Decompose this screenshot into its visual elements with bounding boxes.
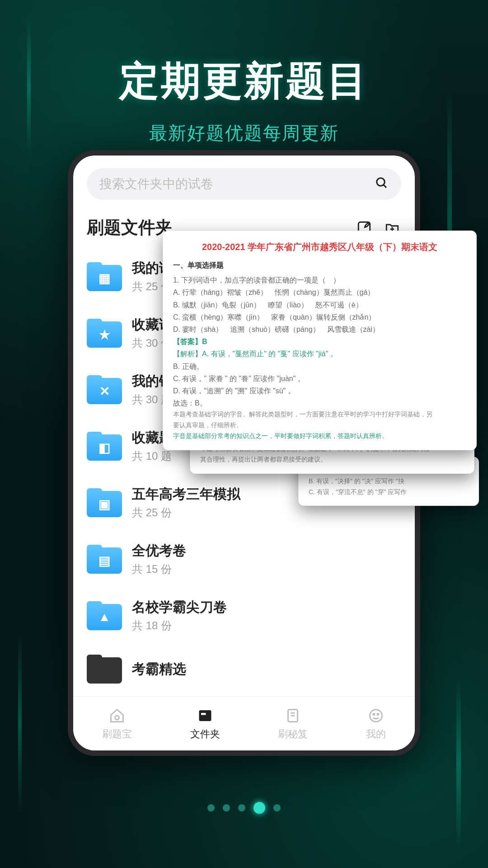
promo-title: 定期更新题目 <box>0 54 488 108</box>
paper-preview-1: 2020-2021 学年广东省广州市越秀区八年级（下）期末语文 一、单项选择题 … <box>163 231 477 450</box>
promo-header: 定期更新题目 最新好题优题每周更新 <box>0 0 488 146</box>
folder-icon <box>196 707 214 725</box>
svg-point-11 <box>370 709 382 722</box>
paper-option-c: C. 蛮横（hèng）寒噤（jìn） 家眷（quàn）辗转反侧（zhǎn） <box>173 311 466 323</box>
folder-icon: ▦ <box>87 262 122 291</box>
nav-label: 我的 <box>366 727 386 741</box>
paper-question: 1. 下列词语中，加点字的读音都正确的一项是（ ） <box>173 274 466 286</box>
nav-tips[interactable]: 刷秘笈 <box>278 707 308 741</box>
folder-name: 全优考卷 <box>132 542 186 560</box>
dot-5[interactable] <box>273 804 281 811</box>
search-input[interactable]: 搜索文件夹中的试卷 <box>87 168 401 200</box>
nav-label: 文件夹 <box>190 727 220 741</box>
folder-icon: ◧ <box>87 432 122 461</box>
folder-kaoba[interactable]: 考霸精选 <box>87 644 401 694</box>
svg-rect-6 <box>199 710 211 721</box>
paper-line: B. 有误，"决择" 的 "决" 应写作 "抉 <box>309 476 469 487</box>
svg-point-5 <box>115 716 119 720</box>
dot-1[interactable] <box>207 804 215 811</box>
bg-line <box>456 678 461 850</box>
nav-folders[interactable]: 文件夹 <box>190 707 220 741</box>
section-title: 刷题文件夹 <box>87 216 173 239</box>
paper-line: 其合理性，再提出让两者都容易接受的建议。 <box>200 454 464 465</box>
nav-label: 刷题宝 <box>102 727 132 741</box>
paper-line: C. 有误，"穿流不息" 的 "穿" 应写作 <box>309 487 469 498</box>
paper-note: 字音是基础部分常考的知识点之一，平时要做好字词积累，答题时认真辨析。 <box>173 431 466 442</box>
promo-subtitle: 最新好题优题每周更新 <box>0 121 488 146</box>
bg-line <box>18 633 22 814</box>
svg-rect-7 <box>201 713 206 715</box>
nav-label: 刷秘笈 <box>278 727 308 741</box>
smile-icon <box>367 707 385 725</box>
svg-point-12 <box>373 713 375 715</box>
folder-icon <box>87 655 122 684</box>
folder-quanyou[interactable]: ▤ 全优考卷 共 15 份 <box>87 531 401 587</box>
nav-shuatibao[interactable]: 刷题宝 <box>102 707 132 741</box>
search-placeholder: 搜索文件夹中的试卷 <box>99 175 213 193</box>
paper-explain-b: B. 正确。 <box>173 360 466 373</box>
folder-count: 共 18 份 <box>132 618 227 633</box>
folder-icon: ▣ <box>87 488 122 517</box>
folder-name: 五年高考三年模拟 <box>132 485 240 504</box>
dot-4-active[interactable] <box>253 802 265 814</box>
folder-icon: ✕ <box>87 375 122 404</box>
nav-mine[interactable]: 我的 <box>366 707 386 741</box>
folder-mingxiao[interactable]: ▲ 名校学霸尖刀卷 共 18 份 <box>87 587 401 644</box>
paper-option-a: A. 行辈（háng）褶皱（zhě） 怅惘（chàng）戛然而止（gá） <box>173 286 466 298</box>
folder-count: 共 10 题 <box>132 449 186 463</box>
paper-note: 要认真审题，仔细辨析。 <box>173 420 466 431</box>
folder-icon: ★ <box>87 319 122 348</box>
carousel-dots <box>207 804 281 814</box>
paper-title: 2020-2021 学年广东省广州市越秀区八年级（下）期末语文 <box>173 239 466 255</box>
folder-count: 共 25 份 <box>132 505 240 520</box>
paper-pick: 故选：B。 <box>173 397 466 409</box>
bottom-nav: 刷题宝 文件夹 刷秘笈 我的 <box>73 696 415 750</box>
folder-icon: ▤ <box>87 545 122 574</box>
paper-note: 本题考查基础字词的字音。解答此类题型时，一方面要注意在平时的学习中打好字词基础，… <box>173 409 466 420</box>
paper-explain-d: D. 有误，"追溯" 的 "溯" 应读作 "sù" 。 <box>173 385 466 397</box>
svg-line-1 <box>384 185 386 188</box>
paper-section: 一、单项选择题 <box>173 259 466 271</box>
home-icon <box>108 707 126 725</box>
book-icon <box>284 707 302 725</box>
search-icon <box>375 176 389 192</box>
folder-icon: ▲ <box>87 601 122 630</box>
dot-2[interactable] <box>223 804 230 811</box>
paper-option-b: B. 缄默（jiān）龟裂（jūn） 瞭望（liào） 怒不可遏（è） <box>173 299 466 311</box>
paper-explain-a: 【解析】A. 有误，"戛然而止" 的 "戛" 应读作 "jiá" 。 <box>173 348 466 360</box>
folder-count: 共 15 份 <box>132 562 186 576</box>
svg-point-13 <box>377 713 379 715</box>
folder-name: 名校学霸尖刀卷 <box>132 598 227 617</box>
paper-option-d: D. 霎时（shà） 追溯（shuò）磅礴（páng） 风雪载途（zài） <box>173 323 466 335</box>
dot-3[interactable] <box>238 804 245 811</box>
svg-point-0 <box>377 178 385 186</box>
folder-name: 考霸精选 <box>132 660 186 679</box>
paper-explain-c: C. 有误，" 家眷 " 的 "眷" 应读作 "juàn" 。 <box>173 373 466 385</box>
paper-answer: 【答案】B <box>173 335 466 348</box>
